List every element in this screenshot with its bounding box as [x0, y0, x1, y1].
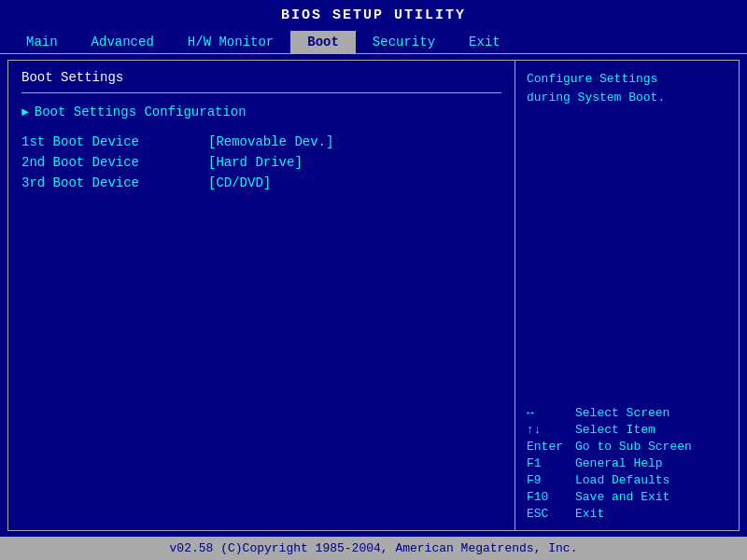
boot-device-2-label: 2nd Boot Device	[21, 155, 208, 170]
submenu-arrow-icon: ►	[21, 105, 29, 119]
key-row-f10: F10 Save and Exit	[527, 490, 727, 504]
nav-exit[interactable]: Exit	[452, 31, 517, 53]
help-text: Configure Settings during System Boot.	[527, 70, 727, 106]
footer: v02.58 (C)Copyright 1985-2004, American …	[0, 537, 747, 560]
key-esc-desc: Exit	[575, 507, 604, 521]
boot-options: 1st Boot Device [Removable Dev.] 2nd Boo…	[21, 134, 501, 190]
boot-device-row-3[interactable]: 3rd Boot Device [CD/DVD]	[21, 175, 501, 190]
key-row-select-screen: ↔ Select Screen	[527, 406, 727, 420]
key-select-item-desc: Select Item	[575, 423, 655, 437]
nav-security[interactable]: Security	[356, 31, 452, 53]
key-select-screen-desc: Select Screen	[575, 406, 669, 420]
key-row-f1: F1 General Help	[527, 456, 727, 470]
nav-advanced[interactable]: Advanced	[75, 31, 171, 53]
key-f10-desc: Save and Exit	[575, 490, 669, 504]
right-panel: Configure Settings during System Boot. ↔…	[515, 60, 740, 531]
left-panel: Boot Settings ► Boot Settings Configurat…	[7, 60, 515, 531]
key-help: ↔ Select Screen ↑↓ Select Item Enter Go …	[527, 406, 727, 521]
boot-device-row-2[interactable]: 2nd Boot Device [Hard Drive]	[21, 155, 501, 170]
key-f10: F10	[527, 490, 575, 504]
bios-title: BIOS SETUP UTILITY	[0, 0, 747, 27]
key-row-select-item: ↑↓ Select Item	[527, 423, 727, 437]
nav-main[interactable]: Main	[9, 31, 75, 53]
key-f9: F9	[527, 473, 575, 487]
boot-device-row-1[interactable]: 1st Boot Device [Removable Dev.]	[21, 134, 501, 149]
key-f1-desc: General Help	[575, 456, 663, 470]
boot-device-3-label: 3rd Boot Device	[21, 175, 208, 190]
boot-device-2-value: [Hard Drive]	[208, 155, 303, 170]
nav-hwmonitor[interactable]: H/W Monitor	[171, 31, 290, 53]
key-f1: F1	[527, 456, 575, 470]
boot-device-3-value: [CD/DVD]	[208, 175, 271, 190]
nav-bar: Main Advanced H/W Monitor Boot Security …	[0, 27, 747, 54]
panel-divider	[21, 92, 501, 93]
submenu-boot-settings[interactable]: ► Boot Settings Configuration	[21, 105, 501, 119]
content-area: Boot Settings ► Boot Settings Configurat…	[7, 60, 740, 531]
nav-boot[interactable]: Boot	[290, 31, 356, 53]
key-f9-desc: Load Defaults	[575, 473, 669, 487]
panel-title: Boot Settings	[21, 70, 501, 85]
key-enter: Enter	[527, 440, 575, 454]
submenu-label: Boot Settings Configuration	[35, 105, 247, 119]
key-row-f9: F9 Load Defaults	[527, 473, 727, 487]
boot-device-1-label: 1st Boot Device	[21, 134, 208, 149]
bios-screen: BIOS SETUP UTILITY Main Advanced H/W Mon…	[0, 0, 747, 560]
key-row-enter: Enter Go to Sub Screen	[527, 440, 727, 454]
key-esc: ESC	[527, 507, 575, 521]
key-enter-desc: Go to Sub Screen	[575, 440, 692, 454]
key-arrows-ud: ↑↓	[527, 423, 575, 437]
key-row-esc: ESC Exit	[527, 507, 727, 521]
key-arrows-lr: ↔	[527, 406, 575, 420]
boot-device-1-value: [Removable Dev.]	[208, 134, 333, 149]
